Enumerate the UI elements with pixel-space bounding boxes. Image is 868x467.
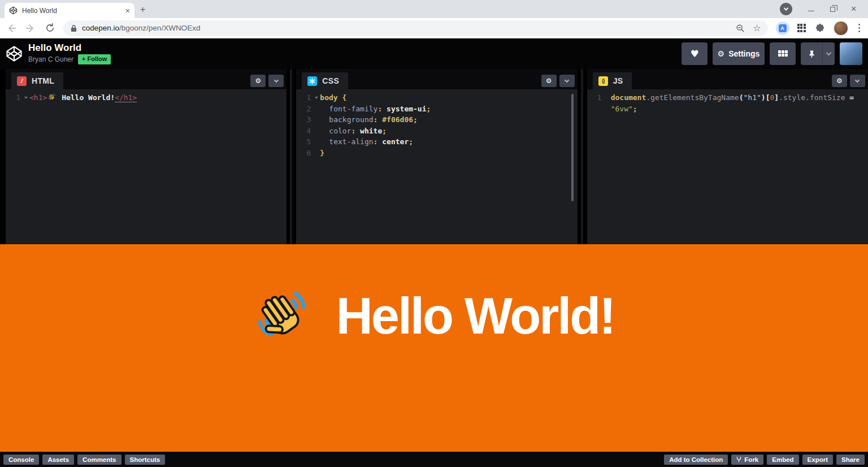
url-text: codepen.io/bgoonz/pen/XWNOExd [82,24,200,32]
html-settings-button[interactable]: ⚙ [250,75,266,87]
like-heart-button[interactable]: ♥ [682,42,708,65]
code-line: "6vw"; [587,103,868,115]
code-line: 2font-family: system-ui; [296,103,577,115]
editor-row: / HTML ⚙ 1<h1> Hello World!</h1> CSS [0,69,868,244]
panel-resize-gutter[interactable] [287,69,296,244]
browser-tab-title: Hello World [22,7,121,15]
layout-grid-icon [778,50,787,58]
html-editor-panel: / HTML ⚙ 1<h1> Hello World!</h1> [6,69,287,244]
js-settings-button[interactable]: ⚙ [832,75,847,87]
browser-titlebar: Hello World × + × [0,0,868,18]
gear-icon: ⚙ [718,49,725,58]
zoom-out-icon[interactable] [736,24,745,33]
preview-heading: Hello World! [254,284,614,348]
grid-extension-icon[interactable] [797,24,806,33]
js-code-area[interactable]: 1document.getElementsByTagName("h1")[0].… [587,89,868,244]
fold-arrow-icon[interactable] [313,92,320,103]
pin-button[interactable] [801,42,822,65]
window-close-button[interactable]: × [851,6,858,12]
html-collapse-button[interactable] [268,75,284,87]
pin-button-group [801,42,835,65]
shortcuts-button[interactable]: Shortcuts [125,455,166,465]
assets-button[interactable]: Assets [42,455,74,465]
refresh-icon[interactable] [44,23,55,34]
html-panel-icon: / [17,76,27,86]
code-line: 5text-align: center; [296,136,577,148]
embed-button[interactable]: Embed [767,455,798,465]
code-line: 1body { [296,92,577,103]
code-line: 6} [296,148,577,159]
lock-icon [70,24,77,32]
chevron-down-icon [855,77,860,82]
waving-hand-emoji [47,93,57,101]
fork-icon [736,456,741,462]
browser-tab[interactable]: Hello World × [5,3,134,18]
js-collapse-button[interactable] [850,75,865,87]
browser-toolbar: codepen.io/bgoonz/pen/XWNOExd ☆ A [0,18,868,38]
chevron-down-icon [274,77,279,82]
browser-profile-avatar[interactable] [834,21,848,36]
change-view-button[interactable] [770,42,796,65]
css-editor-panel: CSS ⚙ 1body {2font-family: system-ui;3ba… [296,69,577,244]
window-restore-button[interactable] [830,7,835,12]
css-settings-button[interactable]: ⚙ [541,75,557,87]
heart-icon: ♥ [690,48,698,59]
browser-menu-icon[interactable] [856,24,863,33]
js-panel-icon: () [598,76,608,86]
new-tab-button[interactable]: + [140,5,145,15]
pin-dropdown-button[interactable] [822,42,835,65]
comments-button[interactable]: Comments [77,455,121,465]
code-line: 4color: white; [296,126,577,137]
export-button[interactable]: Export [802,455,833,465]
waving-hand-emoji [254,284,313,348]
js-editor-panel: () JS ⚙ 1document.getElementsByTagName("… [587,69,868,244]
window-minimize-button[interactable] [808,7,814,11]
forward-icon[interactable] [25,23,36,34]
chevron-down-icon [826,50,832,56]
back-icon[interactable] [6,23,17,34]
gear-icon: ⚙ [836,77,843,85]
panel-resize-gutter[interactable] [578,69,587,244]
codepen-favicon [9,6,18,15]
extensions-puzzle-icon[interactable] [814,23,826,34]
fold-arrow-icon[interactable] [23,92,29,103]
editor-scrollbar[interactable] [571,94,574,201]
browser-window: Hello World × + × codepen.io/bgoonz/pen/… [0,0,868,467]
chevron-down-icon [565,77,569,82]
css-collapse-button[interactable] [559,75,575,87]
gear-icon: ⚙ [546,77,552,85]
url-bar[interactable]: codepen.io/bgoonz/pen/XWNOExd ☆ [63,20,768,36]
console-button[interactable]: Console [3,455,39,465]
css-panel-icon [307,76,317,86]
gear-icon: ⚙ [255,77,261,85]
follow-button[interactable]: + Follow [78,54,111,64]
footer-bar: ConsoleAssetsCommentsShortcuts Add to Co… [0,452,868,467]
fork-button[interactable]: Fork [731,455,763,465]
codepen-header: Hello World Bryan C Guner + Follow ♥ ⚙ S… [0,38,868,69]
result-preview: Hello World! [0,244,868,452]
codepen-logo[interactable] [6,45,23,62]
bookmark-star-icon[interactable]: ☆ [753,23,761,33]
code-line: 3background: #f06d06; [296,114,577,126]
add-to-collection-button[interactable]: Add to Collection [664,455,728,465]
pin-icon [808,50,815,58]
html-editor-tab[interactable]: / HTML [11,72,63,89]
user-avatar[interactable] [840,42,862,65]
settings-button[interactable]: ⚙ Settings [713,42,765,65]
code-line: 1<h1> Hello World!</h1> [6,92,287,103]
css-editor-tab[interactable]: CSS [302,72,348,89]
share-button[interactable]: Share [836,455,865,465]
html-code-area[interactable]: 1<h1> Hello World!</h1> [6,89,287,244]
js-editor-tab[interactable]: () JS [593,72,632,89]
code-line: 1document.getElementsByTagName("h1")[0].… [587,92,868,103]
translate-extension-icon[interactable]: A [776,21,789,35]
pen-title: Hello World [28,43,111,54]
pen-author-link[interactable]: Bryan C Guner [28,55,73,63]
tab-close-icon[interactable]: × [125,7,130,15]
css-code-area[interactable]: 1body {2font-family: system-ui;3backgrou… [296,89,577,244]
media-control-icon[interactable] [780,3,792,15]
